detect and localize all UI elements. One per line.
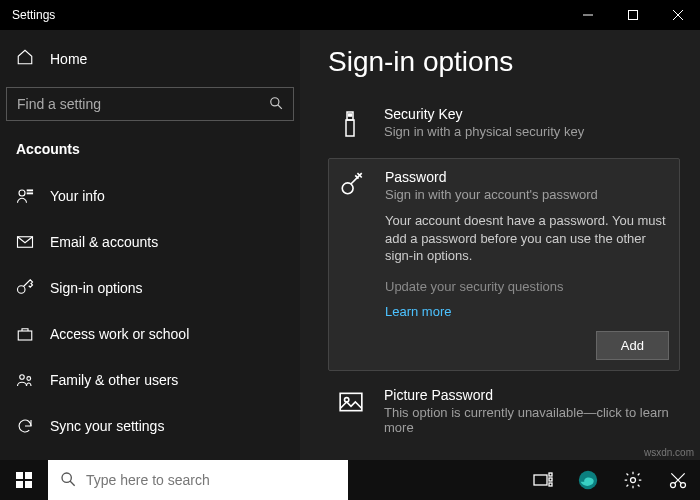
sidebar-item-label: Family & other users: [50, 372, 178, 388]
svg-point-12: [20, 375, 25, 380]
taskbar: Type here to search: [0, 460, 700, 500]
picture-icon: [338, 387, 368, 435]
option-title: Password: [385, 169, 669, 185]
svg-rect-1: [628, 11, 637, 20]
sync-icon: [16, 417, 34, 435]
svg-rect-22: [25, 472, 32, 479]
svg-rect-28: [549, 473, 552, 476]
sidebar-item-work[interactable]: Access work or school: [0, 311, 300, 357]
settings-window: Settings Home Find a setting: [0, 0, 700, 460]
sidebar-item-label: Email & accounts: [50, 234, 158, 250]
people-icon: [16, 371, 34, 389]
home-icon: [16, 48, 34, 69]
taskbar-edge[interactable]: [566, 460, 610, 500]
sidebar-item-sync[interactable]: Sync your settings: [0, 403, 300, 449]
minimize-button[interactable]: [565, 0, 610, 30]
learn-more-link[interactable]: Learn more: [385, 304, 669, 319]
sidebar: Home Find a setting Accounts Your info: [0, 30, 300, 460]
svg-rect-24: [25, 481, 32, 488]
taskbar-search[interactable]: Type here to search: [48, 460, 348, 500]
sidebar-item-family[interactable]: Family & other users: [0, 357, 300, 403]
sidebar-item-label: Access work or school: [50, 326, 189, 342]
window-title: Settings: [12, 8, 55, 22]
section-title: Accounts: [0, 127, 300, 167]
email-icon: [16, 233, 34, 251]
svg-point-33: [631, 478, 636, 483]
svg-rect-30: [549, 483, 552, 486]
titlebar: Settings: [0, 0, 700, 30]
svg-rect-27: [534, 475, 547, 485]
watermark: wsxdn.com: [644, 447, 694, 458]
svg-point-6: [19, 190, 25, 196]
sidebar-item-label: Sync your settings: [50, 418, 164, 434]
sidebar-item-your-info[interactable]: Your info: [0, 173, 300, 219]
home-button[interactable]: Home: [0, 36, 300, 81]
svg-rect-29: [549, 478, 552, 481]
svg-line-26: [70, 481, 75, 486]
svg-rect-7: [27, 190, 32, 191]
svg-rect-8: [27, 193, 32, 194]
sidebar-item-signin[interactable]: Sign-in options: [0, 265, 300, 311]
option-subtitle: Sign in with a physical security key: [384, 124, 670, 139]
usb-icon: [338, 106, 368, 142]
search-placeholder: Find a setting: [17, 96, 269, 112]
add-button[interactable]: Add: [596, 331, 669, 360]
sidebar-item-label: Sign-in options: [50, 280, 143, 296]
maximize-button[interactable]: [610, 0, 655, 30]
svg-point-13: [27, 377, 31, 381]
page-title: Sign-in options: [328, 46, 680, 78]
sidebar-item-email[interactable]: Email & accounts: [0, 219, 300, 265]
option-title: Picture Password: [384, 387, 670, 403]
svg-rect-17: [351, 114, 352, 116]
svg-rect-14: [346, 120, 354, 136]
search-input[interactable]: Find a setting: [6, 87, 294, 121]
content-pane: Sign-in options Security Key Sign in wit…: [300, 30, 700, 460]
option-picture-password[interactable]: Picture Password This option is currentl…: [328, 377, 680, 445]
option-title: Security Key: [384, 106, 670, 122]
option-subtitle: Sign in with your account's password: [385, 187, 669, 202]
briefcase-icon: [16, 325, 34, 343]
option-security-key[interactable]: Security Key Sign in with a physical sec…: [328, 96, 680, 152]
close-button[interactable]: [655, 0, 700, 30]
svg-rect-16: [349, 114, 350, 116]
svg-rect-23: [16, 481, 23, 488]
key-icon: [16, 279, 34, 297]
taskbar-settings[interactable]: [611, 460, 655, 500]
sidebar-item-label: Your info: [50, 188, 105, 204]
svg-rect-21: [16, 472, 23, 479]
windows-icon: [16, 472, 32, 488]
search-icon: [60, 471, 76, 490]
svg-line-5: [278, 104, 282, 108]
svg-point-4: [271, 97, 279, 105]
taskbar-snip[interactable]: [656, 460, 700, 500]
option-password[interactable]: Password Sign in with your account's pas…: [328, 158, 680, 371]
option-subtitle: This option is currently unavailable—cli…: [384, 405, 670, 435]
svg-point-25: [62, 473, 71, 482]
taskbar-search-placeholder: Type here to search: [86, 472, 210, 488]
start-button[interactable]: [0, 460, 48, 500]
update-security-questions-link[interactable]: Update your security questions: [385, 279, 669, 294]
svg-rect-11: [18, 331, 32, 340]
svg-rect-19: [340, 393, 362, 410]
option-description: Your account doesnt have a password. You…: [385, 212, 669, 265]
taskbar-task-view[interactable]: [521, 460, 565, 500]
key-icon: [339, 169, 369, 360]
home-label: Home: [50, 51, 87, 67]
search-icon: [269, 96, 283, 113]
person-badge-icon: [16, 187, 34, 205]
